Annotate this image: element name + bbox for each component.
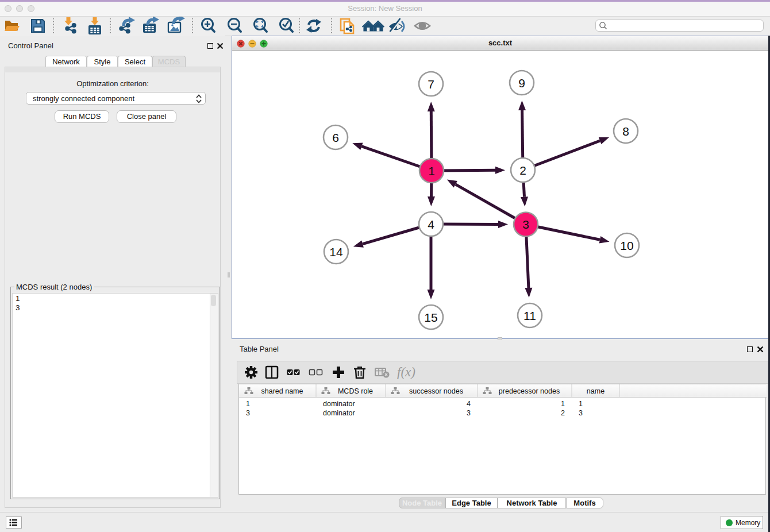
svg-text:7: 7 <box>428 78 434 91</box>
svg-text:predecessor nodes: predecessor nodes <box>499 387 560 395</box>
svg-text:8: 8 <box>622 125 629 138</box>
svg-text:9: 9 <box>518 76 525 90</box>
svg-text:4: 4 <box>428 218 434 231</box>
svg-text:6: 6 <box>332 131 339 144</box>
svg-text:successor nodes: successor nodes <box>409 387 463 395</box>
svg-text:f(x): f(x) <box>397 365 415 379</box>
svg-text:15: 15 <box>424 311 437 324</box>
svg-text:shared name: shared name <box>261 387 303 395</box>
svg-text:MCDS role: MCDS role <box>338 387 373 395</box>
svg-text:name: name <box>587 387 605 395</box>
svg-text:3: 3 <box>522 218 529 231</box>
svg-text:11: 11 <box>523 309 536 322</box>
svg-text:2: 2 <box>519 164 526 177</box>
svg-text:1: 1 <box>428 164 435 178</box>
svg-text:10: 10 <box>620 239 633 252</box>
svg-text:14: 14 <box>329 245 343 259</box>
